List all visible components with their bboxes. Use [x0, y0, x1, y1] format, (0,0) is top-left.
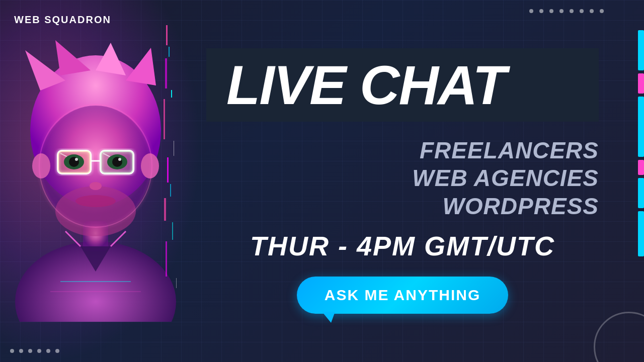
svg-point-24 [32, 153, 50, 178]
svg-point-25 [141, 153, 159, 178]
glitch-line [169, 47, 170, 57]
svg-point-8 [55, 186, 136, 236]
main-container: WEB SQUADRON LIVE CHAT FREELANCERS WEB A… [0, 0, 644, 362]
character-illustration [10, 40, 181, 322]
content-section: LIVE CHAT FREELANCERS WEB AGENCIES WORDP… [186, 0, 644, 362]
glitch-line [166, 241, 167, 277]
cta-container: ASK ME ANYTHING [206, 277, 599, 314]
main-title: LIVE CHAT [226, 57, 579, 113]
brand-name: WEB SQUADRON [14, 14, 111, 26]
glitch-line [171, 90, 172, 98]
glitch-line [170, 184, 171, 197]
glitch-line [164, 99, 165, 139]
topic-freelancers: FREELANCERS [206, 137, 599, 164]
glitch-line [172, 222, 173, 240]
ask-me-anything-button[interactable]: ASK ME ANYTHING [297, 277, 509, 314]
topic-web-agencies: WEB AGENCIES [206, 164, 599, 192]
glitch-line [164, 198, 166, 221]
svg-point-23 [75, 195, 116, 207]
svg-point-22 [90, 182, 102, 190]
schedule-text: THUR - 4PM GMT/UTC [206, 230, 599, 261]
character-section [0, 0, 201, 362]
glitch-lines-container [161, 0, 181, 362]
svg-marker-6 [126, 48, 156, 85]
topic-wordpress: WORDPRESS [206, 193, 599, 220]
glitch-line [165, 58, 167, 88]
svg-point-20 [75, 158, 78, 161]
svg-point-21 [118, 158, 121, 161]
glitch-line [167, 157, 169, 183]
glitch-line [166, 25, 168, 45]
glitch-line [176, 278, 177, 288]
live-chat-banner: LIVE CHAT [206, 48, 599, 122]
glitch-line [174, 141, 174, 156]
topics-list: FREELANCERS WEB AGENCIES WORDPRESS [206, 137, 599, 220]
